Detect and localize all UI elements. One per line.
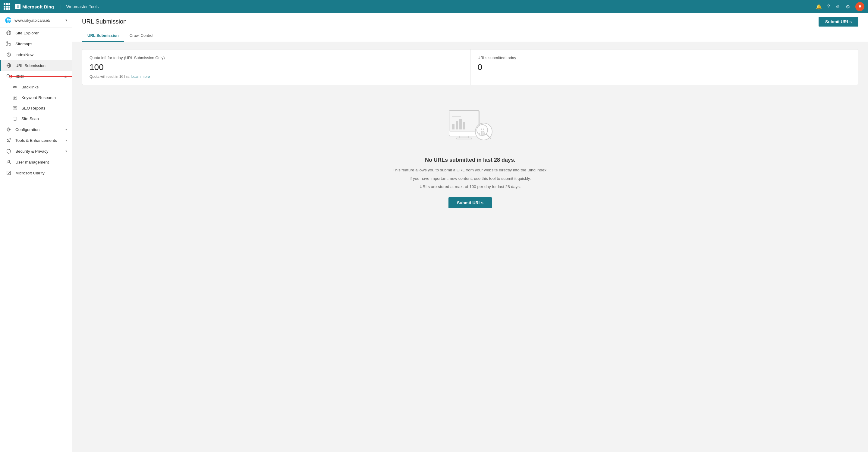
site-selector[interactable]: 🌐 www.rakyatbicara.id/ ▾ [0, 13, 72, 27]
svg-rect-52 [481, 132, 483, 136]
svg-rect-42 [463, 122, 465, 130]
nav-divider: | [59, 4, 61, 10]
seo-label: SEO [16, 74, 24, 79]
svg-rect-5 [7, 45, 8, 46]
tab-url-submission[interactable]: URL Submission [82, 30, 124, 41]
content-area: Quota left for today (URL Submission Onl… [72, 42, 868, 452]
security-label: Security & Privacy [16, 149, 49, 153]
page-title: URL Submission [82, 18, 127, 25]
keyword-research-icon [12, 95, 18, 100]
svg-point-49 [481, 129, 482, 130]
submitted-label: URLs submitted today [478, 56, 851, 60]
indexnow-icon [6, 52, 12, 57]
brand-name: Microsoft Bing [22, 4, 54, 9]
bing-logo: ⊞ Microsoft Bing [15, 4, 54, 9]
submit-urls-header-button[interactable]: Submit URLs [818, 17, 858, 27]
svg-point-33 [8, 160, 10, 162]
help-icon[interactable]: ? [827, 4, 830, 9]
seo-chevron-icon: ▲ [64, 75, 67, 78]
user-management-icon [6, 160, 12, 165]
notification-icon[interactable]: 🔔 [816, 4, 822, 10]
sidebar-item-indexnow[interactable]: IndexNow [0, 49, 72, 60]
seo-reports-icon [12, 106, 18, 110]
seo-icon [6, 74, 12, 79]
clarity-label: Microsoft Clarity [16, 171, 44, 175]
empty-title: No URLs submitted in last 28 days. [425, 157, 516, 163]
svg-rect-34 [7, 171, 10, 175]
site-explorer-icon [6, 30, 12, 35]
sidebar-item-site-scan[interactable]: Site Scan [0, 113, 72, 124]
tab-crawl-control[interactable]: Crawl Control [124, 30, 159, 41]
sidebar-item-configuration[interactable]: Configuration ▾ [0, 124, 72, 135]
tools-icon [6, 138, 12, 143]
chevron-down-icon: ▾ [65, 18, 67, 22]
sidebar-item-keyword-research[interactable]: Keyword Research [0, 92, 72, 103]
quota-note: Quota will reset in 16 hrs. Learn more [90, 75, 463, 79]
sitemaps-label: Sitemaps [16, 41, 32, 46]
backlinks-icon [12, 85, 18, 89]
svg-point-32 [8, 129, 10, 130]
security-icon [6, 149, 12, 153]
waffle-menu-icon[interactable] [4, 3, 10, 10]
configuration-label: Configuration [16, 127, 39, 132]
backlinks-label: Backlinks [22, 85, 38, 89]
quota-value: 100 [90, 62, 463, 72]
empty-desc-2: If you have important, new content, use … [410, 175, 531, 182]
submit-urls-empty-button[interactable]: Submit URLs [448, 197, 492, 208]
svg-rect-6 [10, 45, 11, 46]
learn-more-link[interactable]: Learn more [131, 75, 150, 79]
svg-rect-51 [478, 133, 480, 136]
svg-rect-37 [460, 136, 469, 138]
settings-icon[interactable]: ⚙ [846, 4, 850, 10]
svg-line-17 [9, 77, 11, 79]
sidebar-item-seo[interactable]: SEO ▲ [0, 71, 72, 82]
sidebar-item-sitemaps[interactable]: Sitemaps [0, 38, 72, 49]
svg-rect-53 [484, 133, 485, 136]
sidebar-item-tools-enhancements[interactable]: Tools & Enhancements ▾ [0, 135, 72, 146]
site-explorer-label: Site Explorer [16, 31, 38, 35]
quota-label: Quota left for today (URL Submission Onl… [90, 56, 463, 60]
clarity-icon [6, 170, 12, 175]
feedback-icon[interactable]: ☺ [835, 4, 840, 9]
seo-reports-label: SEO Reports [22, 106, 45, 110]
configuration-chevron-icon: ▾ [65, 128, 67, 132]
svg-rect-3 [7, 41, 8, 43]
svg-rect-29 [13, 117, 17, 120]
submitted-card: URLs submitted today 0 [470, 50, 858, 85]
indexnow-label: IndexNow [16, 53, 33, 57]
tools-chevron-icon: ▾ [65, 139, 67, 142]
empty-desc-3: URLs are stored at max. of 100 per day f… [420, 183, 521, 190]
seo-section-wrapper: SEO ▲ [0, 71, 72, 82]
globe-icon: 🌐 [5, 17, 11, 24]
sidebar-item-seo-reports[interactable]: SEO Reports [0, 103, 72, 113]
sidebar-item-site-explorer[interactable]: Site Explorer [0, 27, 72, 38]
sidebar-item-backlinks[interactable]: Backlinks [0, 82, 72, 92]
svg-rect-38 [457, 138, 472, 139]
quota-card: Quota left for today (URL Submission Onl… [82, 50, 470, 85]
empty-illustration [443, 105, 497, 150]
site-url: www.rakyatbicara.id/ [14, 18, 62, 23]
site-scan-icon [12, 116, 18, 121]
sitemaps-icon [6, 41, 12, 46]
tools-label: Tools & Enhancements [16, 138, 57, 143]
empty-desc-1: This feature allows you to submit a URL … [393, 167, 547, 173]
empty-state: No URLs submitted in last 28 days. This … [82, 92, 858, 220]
url-submission-icon [6, 63, 12, 68]
sidebar-item-url-submission[interactable]: URL Submission [0, 60, 72, 71]
svg-point-50 [483, 129, 484, 130]
user-avatar[interactable]: E [855, 2, 864, 11]
sidebar-item-microsoft-clarity[interactable]: Microsoft Clarity [0, 167, 72, 178]
sidebar-item-user-management[interactable]: User management [0, 157, 72, 167]
keyword-research-label: Keyword Research [22, 95, 56, 100]
sidebar-scroll: Site Explorer Sitemaps IndexNow [0, 27, 72, 452]
sidebar: 🌐 www.rakyatbicara.id/ ▾ Site Explorer S… [0, 13, 72, 452]
tabs-bar: URL Submission Crawl Control [72, 30, 868, 42]
site-scan-label: Site Scan [22, 116, 39, 121]
user-management-label: User management [16, 160, 49, 165]
page-header: URL Submission Submit URLs [72, 13, 868, 30]
stats-row: Quota left for today (URL Submission Onl… [82, 49, 858, 85]
topnav: ⊞ Microsoft Bing | Webmaster Tools 🔔 ? ☺… [0, 0, 868, 13]
submitted-value: 0 [478, 62, 851, 72]
svg-rect-40 [456, 121, 458, 130]
sidebar-item-security-privacy[interactable]: Security & Privacy ▾ [0, 146, 72, 157]
